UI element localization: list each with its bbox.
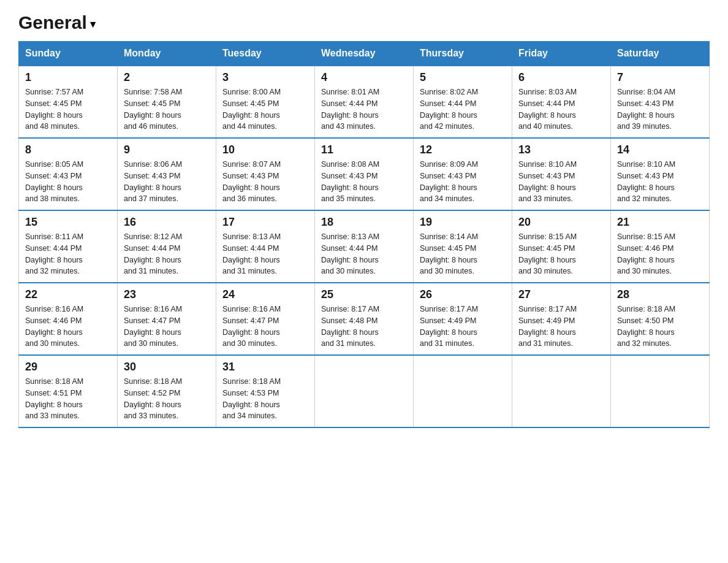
day-info: Sunrise: 8:03 AMSunset: 4:44 PMDaylight:…: [518, 86, 604, 132]
calendar-cell: 19Sunrise: 8:14 AMSunset: 4:45 PMDayligh…: [414, 210, 512, 283]
week-row-3: 15Sunrise: 8:11 AMSunset: 4:44 PMDayligh…: [19, 210, 710, 283]
calendar-cell: 12Sunrise: 8:09 AMSunset: 4:43 PMDayligh…: [414, 138, 512, 210]
header-monday: Monday: [118, 42, 216, 66]
day-info: Sunrise: 8:12 AMSunset: 4:44 PMDaylight:…: [124, 231, 210, 277]
day-info: Sunrise: 8:15 AMSunset: 4:45 PMDaylight:…: [518, 231, 604, 277]
day-number: 6: [518, 71, 604, 84]
header-sunday: Sunday: [19, 42, 118, 66]
calendar-cell: 14Sunrise: 8:10 AMSunset: 4:43 PMDayligh…: [611, 138, 710, 210]
logo-general-line: General▼: [18, 12, 98, 33]
day-number: 29: [25, 361, 111, 373]
header-tuesday: Tuesday: [216, 42, 315, 66]
week-row-1: 1Sunrise: 7:57 AMSunset: 4:45 PMDaylight…: [19, 66, 710, 138]
calendar-cell: [512, 355, 611, 427]
day-number: 22: [25, 288, 111, 301]
calendar-cell: 13Sunrise: 8:10 AMSunset: 4:43 PMDayligh…: [512, 138, 611, 210]
calendar-cell: 21Sunrise: 8:15 AMSunset: 4:46 PMDayligh…: [611, 210, 710, 283]
day-info: Sunrise: 8:17 AMSunset: 4:48 PMDaylight:…: [321, 304, 407, 350]
calendar-cell: 9Sunrise: 8:06 AMSunset: 4:43 PMDaylight…: [118, 138, 216, 210]
day-number: 15: [25, 216, 111, 229]
day-number: 4: [321, 71, 407, 84]
day-info: Sunrise: 8:16 AMSunset: 4:47 PMDaylight:…: [124, 304, 210, 350]
calendar-cell: 25Sunrise: 8:17 AMSunset: 4:48 PMDayligh…: [315, 283, 414, 355]
day-number: 18: [321, 216, 407, 229]
day-info: Sunrise: 8:18 AMSunset: 4:53 PMDaylight:…: [222, 376, 308, 422]
day-number: 26: [420, 288, 506, 301]
calendar-cell: 2Sunrise: 7:58 AMSunset: 4:45 PMDaylight…: [118, 66, 216, 138]
calendar-cell: 29Sunrise: 8:18 AMSunset: 4:51 PMDayligh…: [19, 355, 118, 427]
calendar-cell: 8Sunrise: 8:05 AMSunset: 4:43 PMDaylight…: [19, 138, 118, 210]
day-info: Sunrise: 8:15 AMSunset: 4:46 PMDaylight:…: [617, 231, 703, 277]
calendar-cell: 1Sunrise: 7:57 AMSunset: 4:45 PMDaylight…: [19, 66, 118, 138]
calendar-cell: [414, 355, 512, 427]
calendar-cell: 15Sunrise: 8:11 AMSunset: 4:44 PMDayligh…: [19, 210, 118, 283]
day-number: 14: [617, 144, 703, 156]
week-row-5: 29Sunrise: 8:18 AMSunset: 4:51 PMDayligh…: [19, 355, 710, 427]
calendar-cell: 31Sunrise: 8:18 AMSunset: 4:53 PMDayligh…: [216, 355, 315, 427]
day-number: 3: [222, 71, 308, 84]
calendar-cell: 17Sunrise: 8:13 AMSunset: 4:44 PMDayligh…: [216, 210, 315, 283]
calendar-cell: 26Sunrise: 8:17 AMSunset: 4:49 PMDayligh…: [414, 283, 512, 355]
header-row: SundayMondayTuesdayWednesdayThursdayFrid…: [19, 42, 710, 66]
day-number: 21: [617, 216, 703, 229]
calendar-cell: 27Sunrise: 8:17 AMSunset: 4:49 PMDayligh…: [512, 283, 611, 355]
day-number: 30: [124, 361, 210, 373]
day-number: 24: [222, 288, 308, 301]
header-thursday: Thursday: [414, 42, 512, 66]
day-info: Sunrise: 8:17 AMSunset: 4:49 PMDaylight:…: [518, 304, 604, 350]
day-number: 13: [518, 144, 604, 156]
calendar-cell: [611, 355, 710, 427]
day-info: Sunrise: 8:11 AMSunset: 4:44 PMDaylight:…: [25, 231, 111, 277]
calendar-cell: 5Sunrise: 8:02 AMSunset: 4:44 PMDaylight…: [414, 66, 512, 138]
day-info: Sunrise: 7:58 AMSunset: 4:45 PMDaylight:…: [124, 86, 210, 132]
page-header: General▼: [18, 12, 710, 29]
calendar-table: SundayMondayTuesdayWednesdayThursdayFrid…: [18, 41, 710, 428]
day-info: Sunrise: 8:13 AMSunset: 4:44 PMDaylight:…: [222, 231, 308, 277]
day-number: 27: [518, 288, 604, 301]
day-info: Sunrise: 8:17 AMSunset: 4:49 PMDaylight:…: [420, 304, 506, 350]
calendar-cell: 28Sunrise: 8:18 AMSunset: 4:50 PMDayligh…: [611, 283, 710, 355]
day-info: Sunrise: 8:16 AMSunset: 4:46 PMDaylight:…: [25, 304, 111, 350]
day-number: 16: [124, 216, 210, 229]
day-info: Sunrise: 8:10 AMSunset: 4:43 PMDaylight:…: [518, 159, 604, 205]
day-info: Sunrise: 8:05 AMSunset: 4:43 PMDaylight:…: [25, 159, 111, 205]
day-info: Sunrise: 8:18 AMSunset: 4:50 PMDaylight:…: [617, 304, 703, 350]
header-saturday: Saturday: [611, 42, 710, 66]
header-friday: Friday: [512, 42, 611, 66]
logo-triangle-icon: ▼: [88, 19, 98, 30]
calendar-cell: 6Sunrise: 8:03 AMSunset: 4:44 PMDaylight…: [512, 66, 611, 138]
calendar-cell: 7Sunrise: 8:04 AMSunset: 4:43 PMDaylight…: [611, 66, 710, 138]
day-info: Sunrise: 8:18 AMSunset: 4:51 PMDaylight:…: [25, 376, 111, 422]
week-row-4: 22Sunrise: 8:16 AMSunset: 4:46 PMDayligh…: [19, 283, 710, 355]
logo-general-text: General: [18, 12, 87, 33]
logo: General▼: [18, 12, 98, 29]
calendar-cell: 22Sunrise: 8:16 AMSunset: 4:46 PMDayligh…: [19, 283, 118, 355]
day-info: Sunrise: 8:04 AMSunset: 4:43 PMDaylight:…: [617, 86, 703, 132]
day-number: 11: [321, 144, 407, 156]
day-info: Sunrise: 8:07 AMSunset: 4:43 PMDaylight:…: [222, 159, 308, 205]
calendar-cell: 24Sunrise: 8:16 AMSunset: 4:47 PMDayligh…: [216, 283, 315, 355]
week-row-2: 8Sunrise: 8:05 AMSunset: 4:43 PMDaylight…: [19, 138, 710, 210]
day-number: 31: [222, 361, 308, 373]
calendar-cell: 23Sunrise: 8:16 AMSunset: 4:47 PMDayligh…: [118, 283, 216, 355]
calendar-cell: 16Sunrise: 8:12 AMSunset: 4:44 PMDayligh…: [118, 210, 216, 283]
day-info: Sunrise: 8:18 AMSunset: 4:52 PMDaylight:…: [124, 376, 210, 422]
day-info: Sunrise: 8:01 AMSunset: 4:44 PMDaylight:…: [321, 86, 407, 132]
calendar-cell: 11Sunrise: 8:08 AMSunset: 4:43 PMDayligh…: [315, 138, 414, 210]
calendar-cell: 18Sunrise: 8:13 AMSunset: 4:44 PMDayligh…: [315, 210, 414, 283]
day-info: Sunrise: 8:00 AMSunset: 4:45 PMDaylight:…: [222, 86, 308, 132]
day-number: 25: [321, 288, 407, 301]
day-number: 10: [222, 144, 308, 156]
day-number: 8: [25, 144, 111, 156]
day-number: 9: [124, 144, 210, 156]
day-info: Sunrise: 8:14 AMSunset: 4:45 PMDaylight:…: [420, 231, 506, 277]
day-info: Sunrise: 7:57 AMSunset: 4:45 PMDaylight:…: [25, 86, 111, 132]
day-number: 7: [617, 71, 703, 84]
day-info: Sunrise: 8:13 AMSunset: 4:44 PMDaylight:…: [321, 231, 407, 277]
calendar-cell: 20Sunrise: 8:15 AMSunset: 4:45 PMDayligh…: [512, 210, 611, 283]
day-number: 2: [124, 71, 210, 84]
day-number: 19: [420, 216, 506, 229]
calendar-cell: [315, 355, 414, 427]
day-number: 12: [420, 144, 506, 156]
day-info: Sunrise: 8:09 AMSunset: 4:43 PMDaylight:…: [420, 159, 506, 205]
